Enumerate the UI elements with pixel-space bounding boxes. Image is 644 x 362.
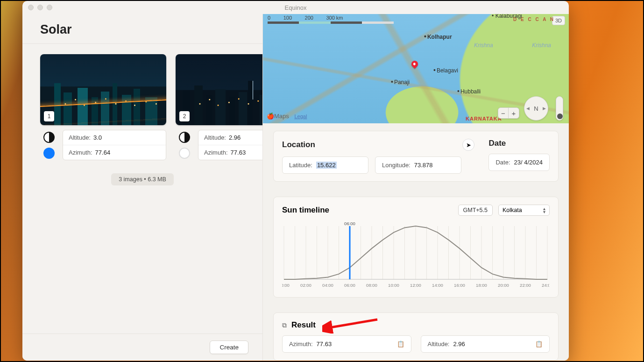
look-around-slider[interactable] [556, 96, 563, 121]
location-date-panel: Location ➤ Latitude: 15.622 Longitude: [273, 131, 559, 182]
apple-logo-icon: 🍎 [267, 113, 274, 120]
close-icon[interactable] [28, 5, 34, 10]
result-azimuth-field: Azimuth: 77.63 📋 [282, 335, 411, 353]
color-dot-icon[interactable] [43, 148, 55, 159]
svg-text:18:00: 18:00 [476, 283, 487, 288]
map-legal-link[interactable]: Legal [294, 114, 307, 119]
annotation-arrow-icon [322, 315, 383, 334]
map-city-label: • Kalaburagi [492, 14, 522, 19]
map-city-label: Kolhapur [424, 33, 452, 40]
zoom-out-button[interactable]: − [498, 108, 509, 118]
svg-text:24:00: 24:00 [542, 283, 549, 288]
result-altitude-value: 2.96 [453, 341, 465, 348]
result-azimuth-value: 77.63 [317, 341, 332, 348]
image-card[interactable]: 1 Altitude: 3.0 [40, 54, 166, 160]
svg-text:02:00: 02:00 [300, 283, 311, 288]
thumbnail[interactable]: 1 [40, 54, 166, 125]
latitude-value[interactable]: 15.622 [316, 162, 337, 169]
map-zoom: − + [498, 107, 519, 119]
left-pane: Solar 1 [22, 14, 263, 361]
date-heading: Date [488, 139, 506, 148]
right-pane: 0 100 200 300 km 3D D E C C A N • Kalabu… [263, 14, 569, 361]
map-river-label: Krishna [532, 42, 551, 49]
map-city-label: Hubballi [457, 87, 481, 95]
svg-text:04:00: 04:00 [322, 283, 333, 288]
image-cards: 1 Altitude: 3.0 [22, 44, 262, 160]
result-heading: Result [291, 320, 316, 330]
date-value[interactable]: 23/ 4/2024 [514, 159, 543, 166]
minimize-icon[interactable] [37, 5, 43, 10]
map-city-label: Belagavi [433, 66, 458, 74]
azimuth-label: Azimuth: [69, 149, 92, 156]
zoom-icon[interactable] [47, 5, 52, 10]
date-field[interactable]: Date: 23/ 4/2024 [488, 154, 550, 171]
contrast-icon[interactable] [43, 132, 55, 143]
timeline-heading: Sun timeline [282, 206, 329, 215]
map-river-label: Krishna [474, 42, 493, 49]
chevron-updown-icon: ▴▾ [543, 207, 545, 213]
result-panel: ⧉ Result Azimuth: 77.63 📋 Altitude: 2.96… [273, 312, 559, 361]
result-altitude-field: Altitude: 2.96 📋 [421, 335, 550, 353]
copy-icon[interactable]: 📋 [397, 341, 404, 348]
card-number-badge: 2 [179, 111, 190, 121]
altitude-label: Altitude: [69, 134, 91, 141]
window-title: Equinox [22, 4, 569, 11]
longitude-field[interactable]: Longitude: 73.878 [375, 156, 461, 174]
app-window: Equinox Solar 1 [22, 1, 569, 361]
altitude-label: Altitude: [204, 134, 226, 141]
compass-icon[interactable]: N [524, 96, 548, 121]
svg-text:06:00: 06:00 [344, 221, 355, 226]
map-scale: 0 100 200 300 km [268, 15, 394, 24]
svg-text:06:00: 06:00 [344, 283, 355, 288]
svg-text:16:00: 16:00 [454, 283, 465, 288]
azimuth-value: 77.63 [231, 149, 246, 156]
svg-text:00:00: 00:00 [282, 283, 290, 288]
azimuth-label: Azimuth: [204, 149, 228, 156]
longitude-value[interactable]: 73.878 [414, 162, 433, 169]
map-state-label: KARNATAKA [466, 116, 502, 121]
sun-timeline-panel: Sun timeline GMT+5.5 Kolkata ▴▾ 06:0000:… [273, 197, 559, 298]
svg-text:20:00: 20:00 [498, 283, 509, 288]
sun-timeline-chart[interactable]: 06:0000:0002:0004:0006:0008:0010:0012:00… [282, 220, 550, 290]
color-dot-icon[interactable] [179, 148, 190, 159]
altitude-value: 3.0 [93, 134, 102, 141]
map-city-label: Panaji [391, 78, 410, 85]
copy-all-icon[interactable]: ⧉ [282, 321, 287, 329]
svg-text:10:00: 10:00 [388, 283, 399, 288]
page-title: Solar [22, 14, 262, 44]
summary-pill: 3 images • 6.3 MB [111, 173, 174, 185]
azimuth-value: 77.64 [95, 149, 111, 156]
location-heading: Location [282, 140, 315, 149]
svg-line-41 [328, 319, 377, 328]
svg-text:14:00: 14:00 [432, 283, 443, 288]
svg-text:08:00: 08:00 [366, 283, 377, 288]
timezone-offset-pill[interactable]: GMT+5.5 [458, 205, 493, 216]
locate-me-button[interactable]: ➤ [462, 139, 474, 151]
copy-icon[interactable]: 📋 [535, 341, 543, 348]
altitude-value: 2.96 [229, 134, 241, 141]
zoom-in-button[interactable]: + [509, 108, 519, 118]
svg-text:12:00: 12:00 [410, 283, 421, 288]
image-card[interactable]: 2 Altitude: 2.96 [176, 54, 262, 160]
titlebar[interactable]: Equinox [22, 1, 569, 14]
create-button[interactable]: Create [210, 341, 248, 354]
svg-text:22:00: 22:00 [520, 283, 531, 288]
latitude-field[interactable]: Latitude: 15.622 [282, 156, 368, 174]
card-number-badge: 1 [44, 111, 54, 121]
contrast-icon[interactable] [179, 132, 190, 143]
map-attribution: 🍎Maps Legal [267, 113, 307, 120]
map[interactable]: 0 100 200 300 km 3D D E C C A N • Kalabu… [263, 14, 569, 123]
timezone-city-select[interactable]: Kolkata ▴▾ [498, 205, 550, 216]
thumbnail[interactable]: 2 [176, 54, 262, 125]
